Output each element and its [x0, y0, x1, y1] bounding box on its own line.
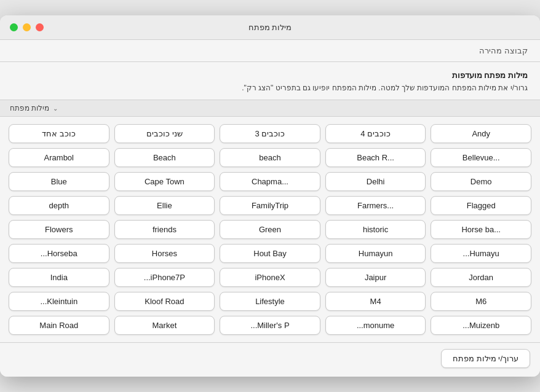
- keyword-button[interactable]: Flagged: [431, 196, 531, 215]
- keyword-button[interactable]: Ellie: [114, 196, 215, 215]
- keyword-button[interactable]: India: [9, 268, 109, 287]
- keyword-button[interactable]: Market: [114, 316, 215, 335]
- keyword-button[interactable]: Hout Bay: [220, 244, 320, 263]
- keyword-button[interactable]: Bellevue...: [431, 148, 531, 167]
- keyword-button[interactable]: Andy: [431, 124, 531, 143]
- keyword-button[interactable]: iPhoneX: [220, 268, 320, 287]
- keyword-button[interactable]: depth: [9, 196, 109, 215]
- keyword-button[interactable]: Farmers...: [325, 196, 426, 215]
- close-button[interactable]: [36, 23, 44, 31]
- keyword-button[interactable]: שני כוכבים: [114, 124, 215, 143]
- keyword-button[interactable]: ...Miller's P: [220, 316, 320, 335]
- keyword-button[interactable]: 4 כוכבים: [325, 124, 426, 143]
- section-header-label: מילות מפתח: [10, 104, 49, 112]
- keyword-button[interactable]: friends: [114, 220, 215, 239]
- keyword-button[interactable]: ...monume: [325, 316, 426, 335]
- content-area: קבוצה מהירה מילות מפתח מועדפות גרור/י את…: [0, 40, 540, 377]
- keyword-button[interactable]: Main Road: [9, 316, 109, 335]
- top-bar: קבוצה מהירה: [0, 40, 540, 62]
- minimize-button[interactable]: [23, 23, 31, 31]
- keyword-button[interactable]: Horse ba...: [431, 220, 531, 239]
- description-section: מילות מפתח מועדפות גרור/י את מילות המפתח…: [0, 62, 540, 100]
- keyword-button[interactable]: Jaipur: [325, 268, 426, 287]
- keyword-button[interactable]: Kloof Road: [114, 292, 215, 311]
- keyword-button[interactable]: Arambol: [9, 148, 109, 167]
- keyword-button[interactable]: M6: [431, 292, 531, 311]
- window-title: מילות מפתח: [248, 23, 292, 32]
- description-text: גרור/י את מילות המפתח המועדפות שלך למטה.…: [12, 82, 528, 93]
- keyword-button[interactable]: historic: [325, 220, 426, 239]
- keyword-button[interactable]: beach: [220, 148, 320, 167]
- footer: ערוך/י מילות מפתח: [0, 342, 540, 377]
- keyword-button[interactable]: ...Horseba: [9, 244, 109, 263]
- keyword-button[interactable]: ...Humayu: [431, 244, 531, 263]
- keyword-button[interactable]: Humayun: [325, 244, 426, 263]
- keyword-button[interactable]: 3 כוכבים: [220, 124, 320, 143]
- keyword-button[interactable]: M4: [325, 292, 426, 311]
- keyword-button[interactable]: ...iPhone7P: [114, 268, 215, 287]
- edit-keywords-button[interactable]: ערוך/י מילות מפתח: [441, 349, 530, 368]
- window-controls: [10, 23, 44, 31]
- keyword-button[interactable]: Horses: [114, 244, 215, 263]
- keywords-grid: כוכב אחדשני כוכבים3 כוכבים4 כוכביםAndyAr…: [0, 117, 540, 342]
- chevron-down-icon: ⌄: [53, 105, 58, 112]
- keyword-button[interactable]: Lifestyle: [220, 292, 320, 311]
- titlebar: מילות מפתח: [0, 15, 540, 40]
- section-header[interactable]: ⌄ מילות מפתח: [0, 100, 540, 117]
- keyword-button[interactable]: Demo: [431, 172, 531, 191]
- keyword-button[interactable]: FamilyTrip: [220, 196, 320, 215]
- keyword-button[interactable]: Beach: [114, 148, 215, 167]
- description-title: מילות מפתח מועדפות: [12, 71, 528, 80]
- keyword-button[interactable]: כוכב אחד: [9, 124, 109, 143]
- keyword-button[interactable]: Jordan: [431, 268, 531, 287]
- keyword-button[interactable]: Cape Town: [114, 172, 215, 191]
- keyword-button[interactable]: Flowers: [9, 220, 109, 239]
- keyword-button[interactable]: Delhi: [325, 172, 426, 191]
- maximize-button[interactable]: [10, 23, 18, 31]
- keyword-button[interactable]: Blue: [9, 172, 109, 191]
- keyword-button[interactable]: Chapma...: [220, 172, 320, 191]
- keyword-button[interactable]: Beach R...: [325, 148, 426, 167]
- main-window: מילות מפתח קבוצה מהירה מילות מפתח מועדפו…: [0, 15, 540, 377]
- keyword-button[interactable]: Green: [220, 220, 320, 239]
- keyword-button[interactable]: ...Muizenb: [431, 316, 531, 335]
- keyword-button[interactable]: ...Kleintuin: [9, 292, 109, 311]
- top-bar-label: קבוצה מהירה: [479, 46, 528, 55]
